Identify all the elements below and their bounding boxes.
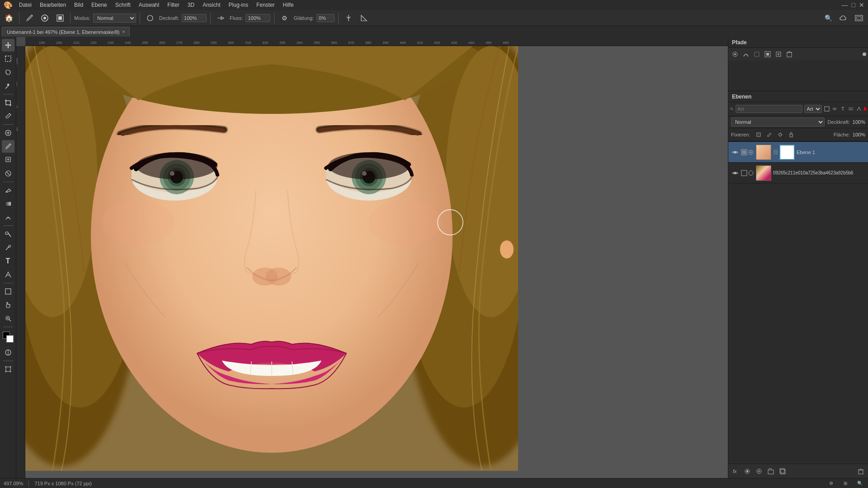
angle-button[interactable] — [358, 12, 370, 24]
lock-transparent-btn[interactable] — [754, 130, 764, 140]
clone-stamp-tool[interactable] — [2, 154, 14, 166]
window-close[interactable]: ✕ — [859, 1, 864, 9]
svg-point-40 — [328, 152, 410, 179]
status-settings-btn[interactable]: ⚙ — [826, 479, 835, 488]
menu-3d[interactable]: 3D — [184, 1, 198, 9]
menu-ebene[interactable]: Ebene — [88, 1, 111, 9]
history-brush-tool[interactable] — [2, 167, 14, 180]
menu-plugins[interactable]: Plug-ins — [225, 1, 252, 9]
layer-adj-button[interactable] — [754, 466, 764, 477]
layer-fx-button[interactable]: fx — [730, 466, 741, 477]
search-button[interactable]: 🔍 — [822, 12, 835, 24]
eyedropper-tool[interactable] — [2, 110, 14, 122]
status-zoom-btn[interactable]: 🔍 — [855, 479, 864, 488]
ebenen-icon-btn-3[interactable]: T — [840, 104, 846, 114]
selection-tool[interactable] — [2, 52, 14, 65]
pfade-fill-btn[interactable] — [730, 49, 740, 59]
menu-fenster[interactable]: Fenster — [253, 1, 278, 9]
deckraft-input[interactable] — [182, 14, 207, 22]
window-maximize[interactable]: □ — [852, 1, 855, 9]
home-button[interactable]: 🏠 — [3, 12, 15, 24]
brush-size-button[interactable] — [144, 12, 156, 24]
color-swatches[interactable] — [2, 331, 14, 343]
lock-art-btn[interactable] — [775, 130, 785, 140]
ebenen-filter-select[interactable]: Art — [804, 105, 822, 113]
glatt-input[interactable] — [316, 14, 335, 22]
menu-filter[interactable]: Filter — [164, 1, 183, 9]
airbrush-button[interactable] — [214, 12, 227, 24]
ebenen-search-input[interactable] — [736, 105, 802, 113]
brush-tool-button[interactable] — [23, 12, 36, 24]
smart-object-icon — [748, 149, 754, 155]
crop-tool[interactable] — [2, 96, 14, 109]
pfade-selection-btn[interactable] — [752, 49, 762, 59]
move-tool[interactable] — [2, 39, 14, 52]
healing-icon — [5, 129, 12, 136]
menu-hilfe[interactable]: Hilfe — [279, 1, 297, 9]
brush-tool-sidebar[interactable] — [2, 140, 14, 153]
ebenen-icon-btn-1[interactable] — [824, 104, 830, 114]
glatt-label: Glättung: — [293, 15, 314, 21]
pfade-mask-btn[interactable] — [763, 49, 773, 59]
tool-separator-5 — [3, 283, 13, 283]
layer-delete-button[interactable] — [855, 466, 866, 477]
workspace-button[interactable] — [853, 12, 865, 24]
ruler-tick: 350 — [314, 41, 320, 45]
healing-tool[interactable] — [2, 127, 14, 139]
svg-point-43 — [102, 200, 175, 245]
pfade-stroke-btn[interactable] — [741, 49, 751, 59]
cloud-button[interactable] — [837, 12, 850, 24]
ebenen-icon-btn-5[interactable] — [856, 104, 862, 114]
status-arrange-btn[interactable]: ⊞ — [841, 479, 850, 488]
lasso-tool[interactable] — [2, 66, 14, 79]
symmetry-button[interactable] — [342, 12, 355, 24]
layer-visibility-1[interactable] — [731, 148, 739, 156]
layer-mask-button[interactable] — [742, 466, 753, 477]
menu-datei[interactable]: Datei — [15, 1, 35, 9]
zoom-tool[interactable] — [2, 312, 14, 325]
ebenen-icon-btn-4[interactable] — [848, 104, 854, 114]
tab-bar: Unbenannt-1 bei 497% (Ebene 1, Ebenenmas… — [0, 26, 868, 37]
lock-paint-btn[interactable] — [764, 130, 774, 140]
menu-bearbeiten[interactable]: Bearbeiten — [36, 1, 70, 9]
fluss-input[interactable] — [245, 14, 270, 22]
gradient-tool[interactable] — [2, 197, 14, 210]
hand-tool[interactable] — [2, 299, 14, 311]
eraser-tool[interactable] — [2, 184, 14, 197]
layer-item-2[interactable]: 09265c211e010a725e3ba4623a92b5b6 — [728, 163, 868, 183]
blur-tool[interactable] — [2, 211, 14, 224]
menu-bild[interactable]: Bild — [71, 1, 87, 9]
ebenen-mode-select[interactable]: Normal — [731, 117, 825, 127]
ruler-tick: 400 — [400, 41, 406, 45]
lock-pos-btn[interactable] — [786, 130, 796, 140]
layer-visibility-2[interactable] — [731, 169, 739, 177]
menu-schrift[interactable]: Schrift — [112, 1, 134, 9]
shape-tool[interactable] — [2, 285, 14, 298]
ebenen-icon-btn-2[interactable] — [831, 104, 838, 114]
canvas-viewport[interactable] — [25, 46, 728, 478]
path-selection-tool[interactable] — [2, 268, 14, 281]
pfade-new-btn[interactable] — [774, 49, 783, 59]
document-tab[interactable]: Unbenannt-1 bei 497% (Ebene 1, Ebenenmas… — [2, 27, 130, 37]
magic-wand-tool[interactable] — [2, 80, 14, 92]
brush-options-button[interactable] — [38, 12, 51, 24]
pfade-header: Pfade — [728, 37, 868, 48]
pen-tool[interactable] — [2, 241, 14, 254]
brush-size-icon — [146, 14, 155, 23]
mask-button[interactable] — [54, 12, 66, 24]
window-minimize[interactable]: — — [842, 1, 848, 9]
dodge-tool[interactable] — [2, 228, 14, 240]
menu-ansicht[interactable]: Ansicht — [199, 1, 224, 9]
text-tool[interactable]: T — [2, 255, 14, 267]
artboard-tool[interactable] — [2, 363, 14, 375]
layer-new-button[interactable] — [777, 466, 788, 477]
ebenen-mode-row: Normal Deckkraft: 100% — [728, 116, 868, 128]
quick-mask-tool[interactable] — [2, 346, 14, 359]
mode-select[interactable]: Normal Multiplizieren Bildschirm — [93, 14, 136, 23]
menu-auswahl[interactable]: Auswahl — [135, 1, 163, 9]
settings-button[interactable]: ⚙ — [278, 12, 291, 24]
tab-close-button[interactable]: × — [123, 29, 125, 34]
layer-item-1[interactable]: ⛓ Ebene 1 — [728, 142, 868, 163]
layer-group-button[interactable] — [765, 466, 776, 477]
pfade-delete-btn[interactable] — [784, 49, 794, 59]
